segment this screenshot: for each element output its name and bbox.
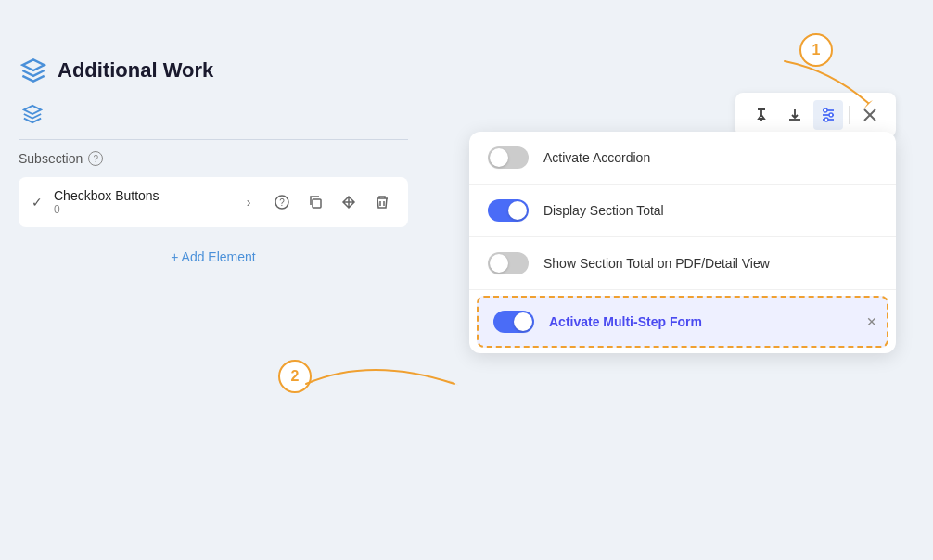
subsection-help-icon[interactable]: ? <box>88 151 103 166</box>
dropdown-item-display-section-total: Display Section Total <box>469 185 896 237</box>
dropdown-item-activate-multistep: Activate Multi-Step Form ✕ <box>477 296 888 348</box>
add-element-label: + Add Element <box>171 249 255 264</box>
checkbox-name: Checkbox Buttons <box>54 188 224 203</box>
activate-multistep-label: Activate Multi-Step Form <box>549 314 702 329</box>
svg-rect-2 <box>313 199 321 208</box>
annotation-circle-2: 2 <box>278 360 312 393</box>
section-title: Additional Work <box>58 58 213 83</box>
left-panel: Additional Work Subsection ? ✓ Checkbox … <box>19 56 408 264</box>
section-icon <box>19 56 48 85</box>
svg-point-9 <box>824 118 828 121</box>
svg-point-8 <box>829 113 833 117</box>
delete-icon[interactable] <box>369 189 395 215</box>
annotation-1-text: 1 <box>812 42 821 58</box>
dropdown-item-show-section-total-pdf: Show Section Total on PDF/Detail View <box>469 237 896 290</box>
display-section-total-label: Display Section Total <box>543 203 664 218</box>
subsection-label: Subsection ? <box>19 151 408 166</box>
svg-point-7 <box>824 108 827 112</box>
dropdown-item-activate-accordion: Activate Accordion <box>469 132 896 185</box>
checkbox-value: 0 <box>54 203 224 216</box>
help-icon[interactable]: ? <box>269 189 295 215</box>
chevron-down-icon[interactable]: › <box>236 189 262 215</box>
checkbox-item-row: ✓ Checkbox Buttons 0 › ? <box>19 177 408 227</box>
show-section-total-pdf-label: Show Section Total on PDF/Detail View <box>543 256 770 271</box>
section-divider <box>19 139 408 140</box>
close-multistep-icon[interactable]: ✕ <box>866 314 877 329</box>
download-button[interactable] <box>780 100 810 130</box>
toggle-show-section-total-pdf[interactable] <box>488 252 529 274</box>
move-icon[interactable] <box>336 189 362 215</box>
copy-icon[interactable] <box>302 189 328 215</box>
check-mark-icon: ✓ <box>32 195 43 210</box>
dropdown-panel: Activate Accordion Display Section Total… <box>469 132 896 353</box>
annotation-2-text: 2 <box>291 368 300 385</box>
toggle-activate-accordion[interactable] <box>488 146 529 169</box>
section-header: Additional Work <box>19 56 408 85</box>
add-element-button[interactable]: + Add Element <box>19 249 408 264</box>
settings-button[interactable] <box>813 100 843 130</box>
toolbar-divider <box>849 106 850 124</box>
activate-accordion-label: Activate Accordion <box>543 150 650 165</box>
pin-button[interactable] <box>747 100 776 130</box>
dropdown-item-wrapper-multistep: Activate Multi-Step Form ✕ <box>469 290 896 353</box>
close-button[interactable] <box>855 100 885 130</box>
row-actions: › ? <box>236 189 395 215</box>
annotation-circle-1: 1 <box>799 33 833 67</box>
main-container: Additional Work Subsection ? ✓ Checkbox … <box>0 0 933 560</box>
toggle-display-section-total[interactable] <box>488 199 529 222</box>
subsection-text: Subsection <box>19 151 83 166</box>
checkbox-info: Checkbox Buttons 0 <box>54 188 224 216</box>
subsection-icon <box>22 104 408 128</box>
annotation-arrow-2 <box>297 347 482 421</box>
svg-marker-13 <box>447 379 459 386</box>
toggle-activate-multistep[interactable] <box>493 311 534 333</box>
toolbar <box>735 93 896 137</box>
svg-text:?: ? <box>279 197 285 208</box>
